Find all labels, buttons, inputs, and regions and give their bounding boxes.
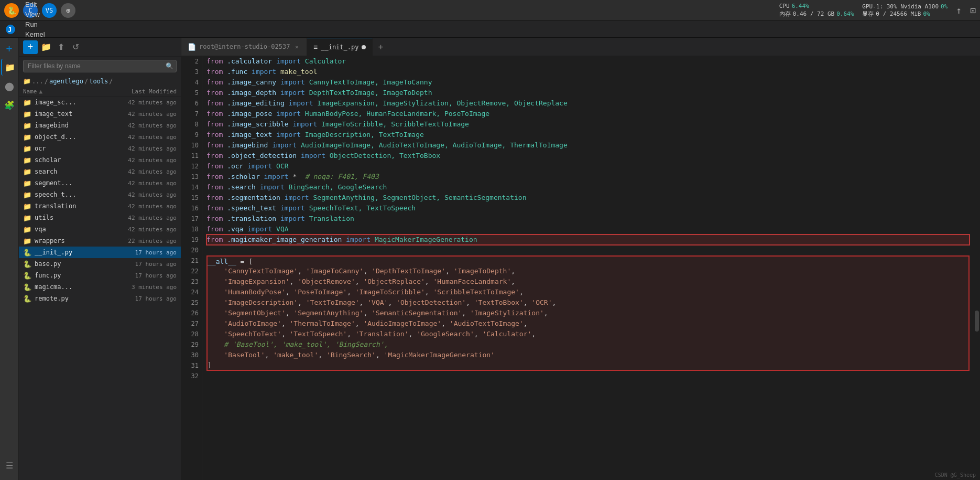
code-line: 'SpeechToText', 'TextToSpeech', 'Transla… bbox=[206, 329, 970, 339]
code-token: , bbox=[318, 351, 326, 359]
code-token: Calculator bbox=[301, 57, 346, 65]
share-icon[interactable]: ⊡ bbox=[970, 5, 976, 16]
code-token: VQA bbox=[272, 225, 288, 233]
code-token: import bbox=[280, 204, 305, 212]
menu-item-edit[interactable]: Edit bbox=[21, 0, 54, 9]
code-token: import bbox=[260, 183, 285, 191]
code-token: import bbox=[247, 225, 272, 233]
file-name: vqa bbox=[35, 226, 103, 233]
list-item[interactable]: 📁speech_t...42 minutes ago bbox=[19, 189, 181, 200]
python-icon: 🐍 bbox=[23, 283, 31, 291]
list-item[interactable]: 📁image_sc...42 minutes ago bbox=[19, 97, 181, 108]
file-modified: 17 hours ago bbox=[103, 295, 177, 302]
tab-tab2[interactable]: ≡__init_.py bbox=[307, 38, 373, 56]
code-line: from .magicmaker_image_generation import… bbox=[206, 234, 970, 245]
breadcrumb-agentlego[interactable]: agentlego bbox=[49, 78, 83, 85]
code-token: ObjectDetection, TextToBbox bbox=[325, 152, 440, 159]
upload-icon[interactable]: ↑ bbox=[956, 5, 962, 16]
search-input[interactable] bbox=[23, 60, 177, 72]
menu-item-run[interactable]: Run bbox=[21, 19, 54, 29]
file-name: ocr bbox=[35, 145, 103, 152]
code-token: from bbox=[206, 57, 223, 65]
code-token: 'SegmentObject' bbox=[224, 309, 285, 317]
list-item[interactable]: 📁wrappers22 minutes ago bbox=[19, 235, 181, 247]
scrollbar-vertical[interactable] bbox=[974, 56, 980, 480]
code-token: , bbox=[281, 319, 290, 327]
code-token: import bbox=[280, 78, 305, 86]
list-item[interactable]: 🐍remote.py17 hours ago bbox=[19, 293, 181, 304]
activity-icon-new[interactable]: + bbox=[1, 40, 18, 57]
file-name: func.py bbox=[35, 272, 103, 279]
new-file-button[interactable]: + bbox=[23, 40, 38, 54]
list-item[interactable]: 📁image_text42 minutes ago bbox=[19, 108, 181, 120]
add-tab-button[interactable]: + bbox=[373, 38, 388, 56]
file-name: speech_t... bbox=[35, 191, 103, 198]
menu-item-view[interactable]: View bbox=[21, 9, 54, 19]
list-item[interactable]: 📁object_d...42 minutes ago bbox=[19, 131, 181, 143]
tab-close-button[interactable]: ✕ bbox=[293, 43, 300, 50]
activity-icon-puzzle[interactable]: 🧩 bbox=[1, 97, 18, 113]
list-item[interactable]: 📁imagebind42 minutes ago bbox=[19, 120, 181, 131]
code-line: from .segmentation import SegmentAnythin… bbox=[206, 193, 970, 203]
list-item[interactable]: 🐍func.py17 hours ago bbox=[19, 270, 181, 281]
system-bar: 🐍 C VS ⊕ CPU 6.44% 内存 0.46 / 72 GB 0.64%… bbox=[0, 0, 980, 21]
new-folder-button[interactable]: 📁 bbox=[40, 41, 52, 54]
upload-button[interactable]: ⬆ bbox=[55, 41, 67, 54]
app-icon-compass[interactable]: ⊕ bbox=[61, 3, 75, 18]
file-name: remote.py bbox=[35, 295, 103, 302]
breadcrumb-tools[interactable]: tools bbox=[89, 78, 108, 85]
breadcrumb-sep1: ... bbox=[32, 78, 43, 85]
list-item[interactable]: 📁ocr42 minutes ago bbox=[19, 143, 181, 154]
code-token: .segmentation bbox=[223, 194, 284, 201]
code-token: , bbox=[474, 330, 483, 338]
list-item[interactable]: 📁utils42 minutes ago bbox=[19, 212, 181, 223]
code-token: .image_editing bbox=[223, 99, 288, 107]
code-line: 'HumanBodyPose', 'PoseToImage', 'ImageTo… bbox=[206, 287, 970, 297]
code-token: , bbox=[286, 288, 294, 296]
code-token: 'ImageToScribble' bbox=[355, 288, 425, 296]
code-line: __all__ = [ bbox=[206, 255, 970, 266]
list-item[interactable]: 📁translation42 minutes ago bbox=[19, 200, 181, 212]
code-token: 'CannyTextToImage' bbox=[224, 267, 298, 275]
code-token: 'AudioToImage' bbox=[224, 319, 281, 327]
activity-icon-circle[interactable]: ⬤ bbox=[1, 78, 18, 94]
code-token: 'ImageToCanny' bbox=[306, 267, 364, 275]
code-token: 'ScribbleTextToImage' bbox=[433, 288, 519, 296]
activity-icon-list[interactable]: ☰ bbox=[1, 457, 18, 474]
refresh-button[interactable]: ↺ bbox=[69, 41, 82, 54]
code-token: from bbox=[206, 173, 223, 180]
col-name-header[interactable]: Name ▲ bbox=[23, 88, 103, 95]
list-item[interactable]: 🐍base.py17 hours ago bbox=[19, 258, 181, 270]
code-line: 'CannyTextToImage', 'ImageToCanny', 'Dep… bbox=[206, 266, 970, 276]
code-line: from .vqa import VQA bbox=[206, 224, 970, 234]
scrollbar-thumb[interactable] bbox=[975, 311, 979, 332]
tab-label: __init_.py bbox=[321, 44, 358, 51]
code-token: from bbox=[206, 152, 223, 159]
code-line: from .image_pose import HumanBodyPose, H… bbox=[206, 109, 970, 119]
list-item[interactable]: 🐍__init_.py17 hours ago bbox=[19, 247, 181, 258]
list-item[interactable]: 🐍magicma...3 minutes ago bbox=[19, 281, 181, 293]
app-logo: J bbox=[4, 23, 17, 36]
list-item[interactable]: 📁segment...42 minutes ago bbox=[19, 177, 181, 189]
line-numbers: 2345678910111213141516171819202122232425… bbox=[181, 56, 202, 480]
code-token: 'OCR' bbox=[531, 298, 552, 306]
code-token: .ocr bbox=[223, 162, 247, 170]
activity-icon-explorer[interactable]: 📁 bbox=[1, 59, 18, 76]
code-token: from bbox=[206, 194, 223, 201]
breadcrumb-sep3: / bbox=[84, 78, 88, 85]
gpu-value: 0% bbox=[941, 3, 948, 10]
file-modified: 42 minutes ago bbox=[103, 168, 177, 175]
list-item[interactable]: 📁vqa42 minutes ago bbox=[19, 223, 181, 235]
code-token: OCR bbox=[272, 162, 288, 170]
code-token: 'HumanFaceLandmark' bbox=[433, 278, 511, 285]
code-token: , bbox=[425, 278, 433, 285]
file-name: scholar bbox=[35, 156, 103, 164]
tab-tab1[interactable]: 📄root@intern-studio-02537✕ bbox=[181, 38, 307, 56]
code-token: import bbox=[292, 120, 317, 128]
list-item[interactable]: 📁search42 minutes ago bbox=[19, 166, 181, 177]
search-box: 🔍 bbox=[23, 60, 177, 72]
code-token: .vqa bbox=[223, 225, 247, 233]
code-content[interactable]: from .calculator import Calculatorfrom .… bbox=[202, 56, 974, 480]
code-line: from .func import make_tool bbox=[206, 67, 970, 77]
list-item[interactable]: 📁scholar42 minutes ago bbox=[19, 154, 181, 166]
